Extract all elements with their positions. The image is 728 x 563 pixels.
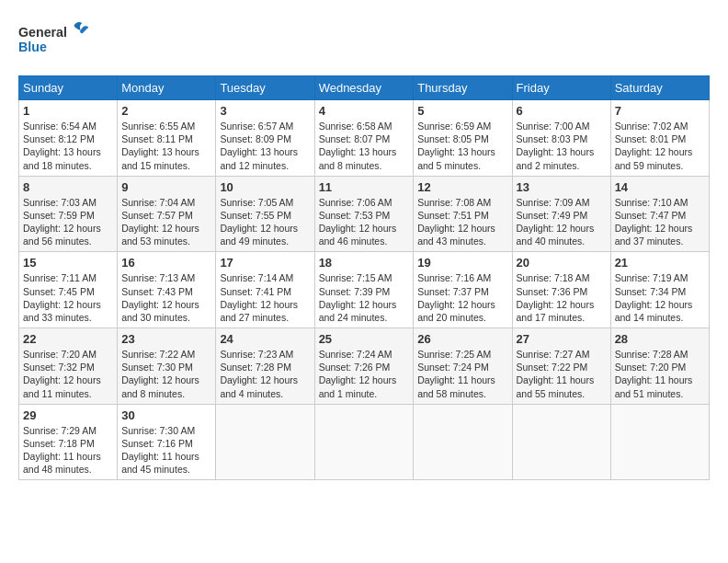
calendar-cell [314, 404, 414, 480]
day-number: 3 [220, 104, 310, 118]
calendar-cell: 28 Sunrise: 7:28 AM Sunset: 7:20 PM Dayl… [610, 328, 709, 405]
calendar-table: Sunday Monday Tuesday Wednesday Thursday… [18, 75, 710, 480]
calendar-cell: 30 Sunrise: 7:30 AM Sunset: 7:16 PM Dayl… [118, 404, 216, 480]
day-info: Sunrise: 7:30 AM Sunset: 7:16 PM Dayligh… [121, 424, 211, 477]
calendar-week-row: 15 Sunrise: 7:11 AM Sunset: 7:45 PM Dayl… [19, 252, 710, 328]
calendar-cell: 22 Sunrise: 7:20 AM Sunset: 7:32 PM Dayl… [19, 328, 118, 405]
day-number: 22 [23, 332, 113, 346]
day-info: Sunrise: 7:05 AM Sunset: 7:55 PM Dayligh… [220, 196, 310, 248]
day-info: Sunrise: 7:25 AM Sunset: 7:24 PM Dayligh… [417, 348, 507, 400]
calendar-cell: 8 Sunrise: 7:03 AM Sunset: 7:59 PM Dayli… [19, 176, 118, 252]
day-number: 5 [417, 104, 507, 118]
calendar-cell: 3 Sunrise: 6:57 AM Sunset: 8:09 PM Dayli… [216, 100, 314, 177]
logo: General Blue [18, 18, 92, 64]
day-info: Sunrise: 7:14 AM Sunset: 7:41 PM Dayligh… [220, 271, 310, 324]
day-number: 29 [23, 408, 113, 422]
day-number: 26 [417, 332, 507, 346]
day-number: 15 [23, 256, 113, 270]
day-info: Sunrise: 7:27 AM Sunset: 7:22 PM Dayligh… [517, 348, 607, 400]
calendar-cell: 9 Sunrise: 7:04 AM Sunset: 7:57 PM Dayli… [118, 176, 216, 252]
day-info: Sunrise: 7:20 AM Sunset: 7:32 PM Dayligh… [23, 348, 113, 400]
day-number: 16 [121, 256, 211, 270]
day-number: 17 [220, 256, 310, 270]
day-info: Sunrise: 7:15 AM Sunset: 7:39 PM Dayligh… [319, 271, 410, 324]
calendar-cell: 2 Sunrise: 6:55 AM Sunset: 8:11 PM Dayli… [118, 100, 216, 177]
calendar-cell: 18 Sunrise: 7:15 AM Sunset: 7:39 PM Dayl… [314, 252, 414, 328]
calendar-cell [216, 404, 314, 480]
day-number: 24 [220, 332, 310, 346]
day-number: 23 [121, 332, 211, 346]
day-info: Sunrise: 7:13 AM Sunset: 7:43 PM Dayligh… [121, 271, 211, 324]
day-number: 18 [319, 256, 410, 270]
calendar-body: 1 Sunrise: 6:54 AM Sunset: 8:12 PM Dayli… [19, 100, 710, 480]
calendar-cell: 1 Sunrise: 6:54 AM Sunset: 8:12 PM Dayli… [19, 100, 118, 177]
calendar-cell: 19 Sunrise: 7:16 AM Sunset: 7:37 PM Dayl… [414, 252, 512, 328]
page: General Blue Sunday Monday Tuesday Wedne… [0, 0, 728, 489]
header-friday: Friday [512, 76, 610, 100]
day-number: 2 [121, 104, 211, 118]
day-info: Sunrise: 6:55 AM Sunset: 8:11 PM Dayligh… [121, 120, 211, 172]
day-number: 14 [615, 180, 705, 194]
day-info: Sunrise: 7:18 AM Sunset: 7:36 PM Dayligh… [517, 271, 607, 324]
calendar-cell: 5 Sunrise: 6:59 AM Sunset: 8:05 PM Dayli… [414, 100, 512, 177]
calendar-cell: 7 Sunrise: 7:02 AM Sunset: 8:01 PM Dayli… [610, 100, 709, 177]
day-info: Sunrise: 7:22 AM Sunset: 7:30 PM Dayligh… [121, 348, 211, 400]
calendar-week-row: 8 Sunrise: 7:03 AM Sunset: 7:59 PM Dayli… [19, 176, 710, 252]
calendar-cell: 16 Sunrise: 7:13 AM Sunset: 7:43 PM Dayl… [118, 252, 216, 328]
day-info: Sunrise: 6:59 AM Sunset: 8:05 PM Dayligh… [417, 120, 507, 172]
calendar-cell [414, 404, 512, 480]
header-tuesday: Tuesday [216, 76, 314, 100]
day-info: Sunrise: 6:54 AM Sunset: 8:12 PM Dayligh… [23, 120, 113, 172]
header-thursday: Thursday [414, 76, 512, 100]
day-number: 6 [517, 104, 607, 118]
day-info: Sunrise: 7:04 AM Sunset: 7:57 PM Dayligh… [121, 196, 211, 248]
calendar-cell: 13 Sunrise: 7:09 AM Sunset: 7:49 PM Dayl… [512, 176, 610, 252]
calendar-cell: 25 Sunrise: 7:24 AM Sunset: 7:26 PM Dayl… [314, 328, 414, 405]
calendar-cell: 6 Sunrise: 7:00 AM Sunset: 8:03 PM Dayli… [512, 100, 610, 177]
day-number: 4 [319, 104, 410, 118]
calendar-cell: 15 Sunrise: 7:11 AM Sunset: 7:45 PM Dayl… [19, 252, 118, 328]
calendar-cell: 24 Sunrise: 7:23 AM Sunset: 7:28 PM Dayl… [216, 328, 314, 405]
calendar-cell: 27 Sunrise: 7:27 AM Sunset: 7:22 PM Dayl… [512, 328, 610, 405]
calendar-cell: 17 Sunrise: 7:14 AM Sunset: 7:41 PM Dayl… [216, 252, 314, 328]
day-number: 13 [517, 180, 607, 194]
day-info: Sunrise: 7:24 AM Sunset: 7:26 PM Dayligh… [319, 348, 410, 400]
calendar-cell [610, 404, 709, 480]
calendar-cell [512, 404, 610, 480]
day-number: 7 [615, 104, 705, 118]
header-monday: Monday [118, 76, 216, 100]
header-sunday: Sunday [19, 76, 118, 100]
day-number: 30 [121, 408, 211, 422]
header-wednesday: Wednesday [314, 76, 414, 100]
day-info: Sunrise: 6:58 AM Sunset: 8:07 PM Dayligh… [319, 120, 410, 172]
day-number: 11 [319, 180, 410, 194]
day-info: Sunrise: 7:23 AM Sunset: 7:28 PM Dayligh… [220, 348, 310, 400]
day-number: 27 [517, 332, 607, 346]
day-number: 28 [615, 332, 705, 346]
day-info: Sunrise: 7:06 AM Sunset: 7:53 PM Dayligh… [319, 196, 410, 248]
day-info: Sunrise: 7:03 AM Sunset: 7:59 PM Dayligh… [23, 196, 113, 248]
day-info: Sunrise: 7:00 AM Sunset: 8:03 PM Dayligh… [517, 120, 607, 172]
calendar-cell: 21 Sunrise: 7:19 AM Sunset: 7:34 PM Dayl… [610, 252, 709, 328]
svg-text:General: General [18, 25, 67, 40]
day-number: 8 [23, 180, 113, 194]
day-number: 1 [23, 104, 113, 118]
header: General Blue [18, 18, 710, 64]
calendar-cell: 20 Sunrise: 7:18 AM Sunset: 7:36 PM Dayl… [512, 252, 610, 328]
day-number: 20 [517, 256, 607, 270]
calendar-cell: 14 Sunrise: 7:10 AM Sunset: 7:47 PM Dayl… [610, 176, 709, 252]
day-info: Sunrise: 7:29 AM Sunset: 7:18 PM Dayligh… [23, 424, 113, 477]
day-info: Sunrise: 7:02 AM Sunset: 8:01 PM Dayligh… [615, 120, 705, 172]
days-header-row: Sunday Monday Tuesday Wednesday Thursday… [19, 76, 710, 100]
day-number: 10 [220, 180, 310, 194]
day-number: 21 [615, 256, 705, 270]
day-info: Sunrise: 7:10 AM Sunset: 7:47 PM Dayligh… [615, 196, 705, 248]
calendar-cell: 11 Sunrise: 7:06 AM Sunset: 7:53 PM Dayl… [314, 176, 414, 252]
calendar-cell: 4 Sunrise: 6:58 AM Sunset: 8:07 PM Dayli… [314, 100, 414, 177]
day-info: Sunrise: 7:08 AM Sunset: 7:51 PM Dayligh… [417, 196, 507, 248]
day-number: 19 [417, 256, 507, 270]
logo-svg: General Blue [18, 18, 92, 64]
calendar-cell: 26 Sunrise: 7:25 AM Sunset: 7:24 PM Dayl… [414, 328, 512, 405]
svg-text:Blue: Blue [18, 40, 47, 54]
day-info: Sunrise: 7:11 AM Sunset: 7:45 PM Dayligh… [23, 271, 113, 324]
